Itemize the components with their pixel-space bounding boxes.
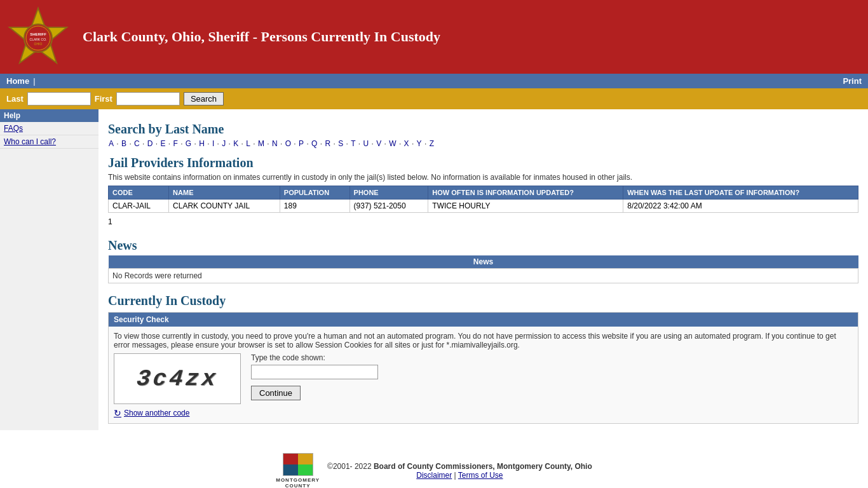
alphabet-link-m[interactable]: M: [258, 139, 264, 148]
alphabet-separator: ·: [205, 139, 212, 148]
montgomery-logo: MONTGOMERYCOUNTY: [276, 453, 320, 488]
alphabet-separator: ·: [179, 139, 185, 148]
alphabet-link-x[interactable]: X: [404, 139, 409, 148]
svg-text:SHERIFF: SHERIFF: [30, 32, 46, 36]
table-row: CLAR-JAIL CLARK COUNTY JAIL 189 (937) 52…: [109, 200, 858, 213]
news-no-records: No Records were returned: [109, 269, 858, 283]
captcha-display-text: 3c4zx: [135, 366, 219, 392]
captcha-area: 3c4zx ↻ Show another code Type the code …: [114, 353, 853, 418]
security-check-body: To view those currently in custody, you …: [109, 327, 858, 423]
alphabet-link-h[interactable]: H: [199, 139, 205, 148]
jail-code: CLAR-JAIL: [109, 200, 169, 213]
jail-phone: (937) 521-2050: [349, 200, 428, 213]
footer: MONTGOMERYCOUNTY ©2001- 2022 Board of Co…: [0, 443, 868, 488]
footer-terms-link[interactable]: Terms of Use: [458, 471, 503, 480]
alphabet-separator: ·: [304, 139, 311, 148]
security-text: To view those currently in custody, you …: [114, 332, 853, 349]
col-phone: PHONE: [349, 186, 428, 200]
search-button[interactable]: Search: [184, 92, 224, 105]
page-header: SHERIFF CLARK CO. OHIO Clark County, Ohi…: [0, 0, 868, 74]
first-label: First: [95, 94, 112, 104]
alphabet-link-o[interactable]: O: [285, 139, 291, 148]
show-another-code[interactable]: ↻ Show another code: [114, 408, 241, 418]
alphabet-links: A · B · C · D · E · F · G · H · I · J · …: [108, 139, 858, 148]
sidebar: Help FAQs Who can I call?: [0, 109, 98, 430]
alphabet-link-n[interactable]: N: [272, 139, 278, 148]
news-table: News No Records were returned: [108, 255, 858, 283]
alphabet-link-w[interactable]: W: [389, 139, 396, 148]
alphabet-separator: ·: [410, 139, 416, 148]
jail-name: CLARK COUNTY JAIL: [169, 200, 280, 213]
captcha-input[interactable]: [251, 365, 378, 379]
alphabet-separator: ·: [192, 139, 198, 148]
alphabet-link-z[interactable]: Z: [430, 139, 434, 148]
alphabet-link-q[interactable]: Q: [311, 139, 317, 148]
alphabet-link-s[interactable]: S: [338, 139, 343, 148]
alphabet-separator: ·: [344, 139, 350, 148]
sidebar-help-header: Help: [0, 109, 98, 122]
alphabet-link-b[interactable]: B: [121, 139, 126, 148]
news-table-header: News: [109, 255, 858, 269]
alphabet-link-d[interactable]: D: [147, 139, 153, 148]
alphabet-separator: ·: [356, 139, 363, 148]
alphabet-separator: ·: [423, 139, 429, 148]
sheriff-badge: SHERIFF CLARK CO. OHIO: [6, 5, 70, 69]
refresh-icon: ↻: [114, 408, 121, 418]
col-population: POPULATION: [280, 186, 349, 200]
sidebar-item-faqs[interactable]: FAQs: [0, 122, 98, 135]
alphabet-separator: ·: [166, 139, 172, 148]
alphabet-separator: ·: [318, 139, 324, 148]
alphabet-link-e[interactable]: E: [160, 139, 165, 148]
footer-text: ©2001- 2022 Board of County Commissioner…: [327, 462, 592, 480]
alphabet-link-u[interactable]: U: [363, 139, 369, 148]
alphabet-separator: ·: [153, 139, 159, 148]
alphabet-link-p[interactable]: P: [299, 139, 304, 148]
alphabet-separator: ·: [397, 139, 403, 148]
alphabet-link-j[interactable]: J: [222, 139, 226, 148]
last-label: Last: [6, 94, 24, 104]
alphabet-link-v[interactable]: V: [376, 139, 381, 148]
col-update-freq: HOW OFTEN IS INFORMATION UPDATED?: [428, 186, 623, 200]
alphabet-link-r[interactable]: R: [325, 139, 330, 148]
alphabet-link-f[interactable]: F: [173, 139, 177, 148]
alphabet-link-a[interactable]: A: [109, 139, 114, 148]
custody-section-title: Currently In Custody: [108, 294, 858, 308]
alphabet-separator: ·: [369, 139, 376, 148]
alphabet-separator: ·: [331, 139, 337, 148]
jail-table-header-row: CODE NAME POPULATION PHONE HOW OFTEN IS …: [109, 186, 858, 200]
news-no-records-row: No Records were returned: [109, 269, 858, 283]
jail-update-freq: TWICE HOURLY: [428, 200, 623, 213]
jail-section-title: Jail Providers Information: [108, 156, 858, 170]
alphabet-link-l[interactable]: L: [246, 139, 250, 148]
alphabet-link-g[interactable]: G: [186, 139, 191, 148]
alphabet-link-y[interactable]: Y: [417, 139, 422, 148]
nav-home-link[interactable]: Home: [6, 76, 29, 86]
table-footer: 1: [108, 215, 858, 228]
alphabet-separator: ·: [278, 139, 285, 148]
footer-disclaimer-link[interactable]: Disclaimer: [416, 471, 452, 480]
jail-last-update: 8/20/2022 3:42:00 AM: [623, 200, 858, 213]
nav-print-link[interactable]: Print: [843, 76, 862, 86]
main-layout: Help FAQs Who can I call? Search by Last…: [0, 109, 868, 430]
nav-separator: |: [33, 76, 35, 86]
alphabet-link-i[interactable]: I: [212, 139, 214, 148]
security-check-box: Security Check To view those currently i…: [108, 312, 858, 424]
alphabet-separator: ·: [114, 139, 121, 148]
alphabet-separator: ·: [226, 139, 233, 148]
alphabet-link-t[interactable]: T: [351, 139, 355, 148]
continue-button[interactable]: Continue: [251, 386, 301, 400]
alphabet-separator: ·: [215, 139, 221, 148]
captcha-image: 3c4zx: [114, 353, 241, 404]
alphabet-separator: ·: [140, 139, 147, 148]
search-last-input[interactable]: [27, 92, 91, 105]
page-title: Clark County, Ohio, Sheriff - Persons Cu…: [70, 29, 440, 45]
alphabet-link-c[interactable]: C: [134, 139, 140, 148]
sidebar-item-who-can-i-call[interactable]: Who can I call?: [0, 135, 98, 149]
footer-copyright: ©2001- 2022: [327, 462, 374, 471]
montgomery-flag: [283, 453, 313, 476]
alphabet-separator: ·: [251, 139, 257, 148]
alphabet-link-k[interactable]: K: [233, 139, 238, 148]
jail-table: CODE NAME POPULATION PHONE HOW OFTEN IS …: [108, 186, 858, 213]
search-first-input[interactable]: [116, 92, 180, 105]
col-last-update: WHEN WAS THE LAST UPDATE OF INFORMATION?: [623, 186, 858, 200]
